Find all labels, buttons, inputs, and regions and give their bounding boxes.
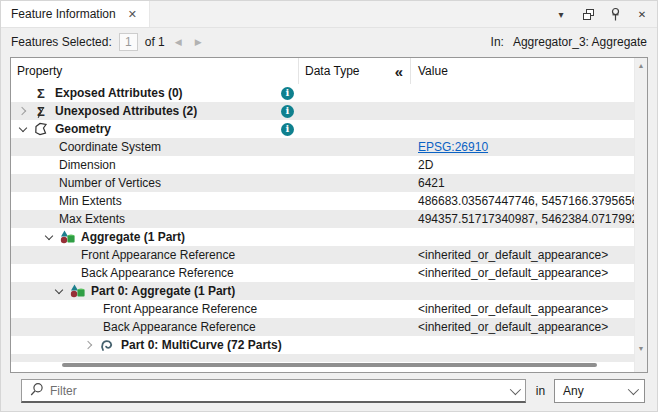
chevron-down-icon[interactable]: [51, 282, 67, 300]
context-group: In: Aggregator_3: Aggregate: [491, 35, 647, 49]
search-icon: [29, 382, 44, 400]
next-feature-button[interactable]: ▶: [192, 37, 205, 47]
sigma-slash-icon: Σ: [31, 105, 51, 118]
feature-information-panel: Feature Information ✕ ▾ ✕ Features Selec…: [0, 0, 658, 412]
table-row[interactable]: Σ Exposed Attributes (0) i: [11, 84, 647, 102]
table-row[interactable]: Min Extents 486683.03567447746, 5457166.…: [11, 192, 647, 210]
polygon-icon: [31, 122, 51, 136]
panel-menu-icon[interactable]: ▾: [554, 6, 568, 22]
close-panel-icon[interactable]: ✕: [635, 6, 649, 22]
scroll-up-icon[interactable]: ▲: [635, 62, 647, 69]
feature-toolbar: Features Selected: 1 of 1 ◀ ▶ In: Aggreg…: [1, 28, 657, 56]
collapse-columns-icon[interactable]: «: [395, 64, 410, 79]
pin-panel-icon[interactable]: [608, 6, 622, 22]
table-row[interactable]: Front Appearance Reference <inherited_or…: [11, 246, 647, 264]
filter-scope-select[interactable]: Any: [554, 379, 645, 403]
chevron-right-icon[interactable]: [81, 336, 97, 354]
table-row-empty: [11, 354, 647, 362]
tab-bar: Feature Information ✕ ▾ ✕: [1, 1, 657, 28]
table-row[interactable]: Back Appearance Reference <inherited_or_…: [11, 318, 647, 336]
table-row[interactable]: Coordinate System EPSG:26910: [11, 138, 647, 156]
multicurve-icon: [97, 338, 117, 352]
tab-feature-information[interactable]: Feature Information ✕: [1, 1, 150, 27]
features-selected-label: Features Selected:: [11, 35, 112, 49]
filter-input[interactable]: [50, 384, 504, 398]
table-row[interactable]: Number of Vertices 6421: [11, 174, 647, 192]
table-header: Property Data Type « Value: [11, 58, 647, 84]
property-table: Property Data Type « Value Σ Exposed Att…: [10, 57, 648, 373]
features-selected-group: Features Selected: 1 of 1 ◀ ▶: [11, 33, 205, 51]
float-panel-icon[interactable]: [581, 6, 595, 22]
table-row[interactable]: Σ Unexposed Attributes (2) i: [11, 102, 647, 120]
info-icon[interactable]: i: [281, 105, 294, 118]
table-rows: Σ Exposed Attributes (0) i Σ Unexposed A…: [11, 84, 647, 362]
table-row[interactable]: Part 0: Aggregate (1 Part): [11, 282, 647, 300]
horizontal-scrollbar[interactable]: [12, 363, 633, 368]
chevron-down-icon[interactable]: [41, 228, 57, 246]
table-row[interactable]: Aggregate (1 Part): [11, 228, 647, 246]
filter-dropdown-chevron-icon[interactable]: [509, 383, 520, 394]
tab-close-icon[interactable]: ✕: [126, 7, 139, 22]
scroll-down-icon[interactable]: ▼: [635, 345, 647, 352]
info-icon[interactable]: i: [281, 123, 294, 136]
current-feature-field[interactable]: 1: [119, 33, 138, 51]
table-row[interactable]: Front Appearance Reference <inherited_or…: [11, 300, 647, 318]
window-controls: ▾ ✕: [554, 1, 657, 27]
column-header-value[interactable]: Value: [411, 58, 647, 84]
column-header-data-type[interactable]: Data Type «: [299, 58, 411, 84]
scope-dropdown-chevron-icon[interactable]: [628, 384, 639, 395]
vertical-scrollbar[interactable]: ▲ ▼: [634, 58, 647, 372]
aggregate-icon: [57, 230, 77, 244]
table-row[interactable]: Back Appearance Reference <inherited_or_…: [11, 264, 647, 282]
expander-placeholder: [15, 84, 31, 102]
filter-combobox[interactable]: [21, 379, 526, 403]
chevron-down-icon[interactable]: [15, 120, 31, 138]
info-icon[interactable]: i: [281, 87, 294, 100]
table-row[interactable]: Max Extents 494357.51717340987, 5462384.…: [11, 210, 647, 228]
of-label: of 1: [145, 35, 165, 49]
table-row[interactable]: Dimension 2D: [11, 156, 647, 174]
table-row[interactable]: Part 0: MultiCurve (72 Parts): [11, 336, 647, 354]
tab-title: Feature Information: [11, 7, 116, 21]
context-value: Aggregator_3: Aggregate: [513, 35, 647, 49]
epsg-link[interactable]: EPSG:26910: [418, 140, 488, 154]
sigma-icon: Σ: [31, 87, 51, 100]
in-label: In:: [491, 35, 504, 49]
filter-scope-value: Any: [563, 384, 584, 398]
column-header-property[interactable]: Property: [11, 58, 299, 84]
horizontal-scrollbar-thumb[interactable]: [62, 363, 597, 367]
previous-feature-button[interactable]: ◀: [172, 37, 185, 47]
filter-bar: in Any: [1, 371, 657, 411]
aggregate-icon: [67, 284, 87, 298]
chevron-right-icon[interactable]: [15, 102, 31, 120]
filter-in-label: in: [536, 384, 545, 398]
table-row[interactable]: Geometry i: [11, 120, 647, 138]
